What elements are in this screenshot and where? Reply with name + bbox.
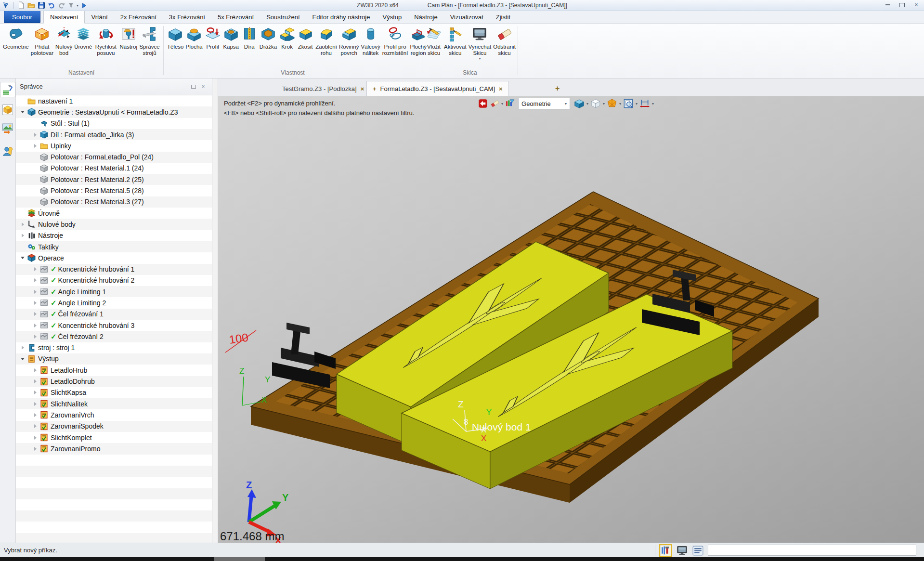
pridat-polotovar-button[interactable]: Přidat polotovar <box>30 26 54 57</box>
shaded-dropdown-icon[interactable]: ▾ <box>586 102 588 106</box>
shaded-display-icon[interactable] <box>573 98 585 109</box>
measure-dropdown-icon[interactable]: ▾ <box>652 102 654 106</box>
urovne-button[interactable]: Úrovně <box>73 26 93 51</box>
chevron-right-icon[interactable] <box>34 436 37 440</box>
panel-restore-icon[interactable] <box>189 83 198 91</box>
dropdown-icon[interactable]: ▾ <box>479 57 481 61</box>
chevron-right-icon[interactable] <box>34 133 37 137</box>
chevron-down-icon[interactable] <box>21 358 25 360</box>
file-menu-button[interactable]: Soubor <box>4 11 40 23</box>
tree-item-setup[interactable]: nastavení 1 <box>16 95 212 106</box>
odstranit-skicu-button[interactable]: Odstranit skicu <box>492 26 517 57</box>
undo-icon[interactable] <box>48 1 55 9</box>
measure-icon[interactable] <box>639 98 651 109</box>
tree-item-polotovar-1[interactable]: Polotovar : FormaLetadlo_Pol (24) <box>16 151 212 162</box>
tab-close-icon[interactable]: × <box>361 85 364 92</box>
nulovy-bod-button[interactable]: Nulový bod <box>54 26 73 57</box>
chevron-right-icon[interactable] <box>34 301 37 305</box>
cam-scene[interactable]: 100 Z Y X Z Y 8 X X Nulový bod 1 <box>218 96 924 543</box>
chevron-right-icon[interactable] <box>34 424 37 428</box>
tree-item-dil[interactable]: Díl : FormaLetadlo_Jirka (3) <box>16 129 212 140</box>
view-orientation-icon[interactable] <box>606 98 618 109</box>
tree-item-polotovar-5[interactable]: Polotovar : Rest Material.3 (27) <box>16 196 212 208</box>
eraser-dropdown-icon[interactable]: ▾ <box>501 102 503 106</box>
tree-item-op-al1[interactable]: ✓Angle Limiting 1 <box>16 286 212 297</box>
profil-pro-rozmisteni-button[interactable]: Profil pro rozmístění <box>381 26 409 57</box>
tree-item-op-cf1[interactable]: ✓Čel frézování 1 <box>16 309 212 320</box>
cam-manager-dock-icon[interactable] <box>0 82 15 97</box>
orientation-dropdown-icon[interactable]: ▾ <box>619 102 621 106</box>
tree-item-out-slichtkapsa[interactable]: SlichtKapsa <box>16 387 212 398</box>
tree-item-taktiky[interactable]: Taktiky <box>16 241 212 252</box>
filter-select[interactable]: Geometrie ▾ <box>518 98 570 109</box>
chevron-right-icon[interactable] <box>34 290 37 294</box>
tree-item-out-zarovnanipromo[interactable]: ZarovnaniPromo <box>16 443 212 454</box>
tab-5x-frezovani[interactable]: 5x Frézování <box>211 11 260 23</box>
tree-item-vystup[interactable]: Výstup <box>16 353 212 365</box>
chevron-right-icon[interactable] <box>34 447 37 451</box>
new-tab-icon[interactable]: + <box>555 84 560 93</box>
tree-item-out-slichtnalitek[interactable]: SlichtNalitek <box>16 398 212 409</box>
restore-button[interactable] <box>896 1 908 9</box>
tree-item-op-kh3[interactable]: ✓Koncentrické hrubování 3 <box>16 320 212 331</box>
tree-item-urovne[interactable]: Úrovně <box>16 208 212 219</box>
status-input-field[interactable] <box>708 545 916 556</box>
tree-item-polotovar-2[interactable]: Polotovar : Rest Material.1 (24) <box>16 163 212 174</box>
panel-close-icon[interactable]: × <box>198 83 208 91</box>
tab-soustruzeni[interactable]: Soustružení <box>260 11 306 23</box>
chevron-right-icon[interactable] <box>34 368 37 372</box>
tree-item-operace[interactable]: Operace <box>16 252 212 263</box>
tree-item-nastroje[interactable]: Nástroje <box>16 230 212 241</box>
doc-tab-formaletadlo[interactable]: + FormaLetadlo.Z3 - [SestavaUpnuti_CAM] … <box>366 81 509 96</box>
chevron-right-icon[interactable] <box>22 234 24 237</box>
tab-2x-frezovani[interactable]: 2x Frézování <box>114 11 163 23</box>
play-flag-icon[interactable] <box>81 2 87 9</box>
drazka-button[interactable]: Drážka <box>259 26 278 51</box>
teleso-button[interactable]: Těleso <box>166 26 185 51</box>
save-icon[interactable] <box>38 1 45 9</box>
tree-item-out-letadlodohrub[interactable]: LetadloDohrub <box>16 376 212 387</box>
rychlost-posuvu-button[interactable]: Rychlost posuvu <box>93 26 118 57</box>
zkosit-button[interactable]: Zkosit <box>296 26 314 51</box>
tree-scrollbar[interactable] <box>212 78 218 543</box>
chevron-right-icon[interactable] <box>34 267 37 271</box>
chevron-down-icon[interactable] <box>21 111 25 113</box>
tab-zjistit[interactable]: Zjistit <box>490 11 517 23</box>
tree-item-out-zarovnanispodek[interactable]: ZarovnaniSpodek <box>16 421 212 432</box>
profil-button[interactable]: Profil <box>204 26 222 51</box>
dira-button[interactable]: Díra <box>240 26 259 51</box>
zoom-view-icon[interactable] <box>623 98 634 109</box>
tree-item-out-zarovnanivrch[interactable]: ZarovnaniVrch <box>16 409 212 420</box>
tab-vystup[interactable]: Výstup <box>376 11 408 23</box>
status-monitor-icon[interactable] <box>676 545 688 557</box>
aktivovat-skicu-button[interactable]: Aktivovat skicu <box>443 26 468 57</box>
chevron-right-icon[interactable] <box>34 335 37 339</box>
solid-view-dock-icon[interactable] <box>2 104 13 116</box>
wireframe-display-icon[interactable] <box>590 98 601 109</box>
user-dock-icon[interactable] <box>2 145 13 157</box>
chevron-right-icon[interactable] <box>34 324 37 327</box>
chevron-right-icon[interactable] <box>34 312 37 316</box>
status-document-icon[interactable] <box>692 545 704 557</box>
chevron-right-icon[interactable] <box>22 346 24 350</box>
tab-vrtani[interactable]: Vrtání <box>85 11 114 23</box>
tree-item-geometrie[interactable]: Geometrie : SestavaUpnuti < FormaLetadlo… <box>16 106 212 117</box>
rovinny-povrch-button[interactable]: Rovinný povrch <box>338 26 360 57</box>
tree-item-out-slichtkomplet[interactable]: SlichtKomplet <box>16 432 212 443</box>
nastroj-button[interactable]: Nástroj <box>119 26 138 51</box>
tree-item-stul[interactable]: Stůl : Stul (1) <box>16 118 212 129</box>
visualize-dock-icon[interactable] <box>2 122 13 134</box>
exit-command-icon[interactable] <box>477 98 489 109</box>
wireframe-dropdown-icon[interactable]: ▾ <box>603 102 605 106</box>
tab-editor-drahy[interactable]: Editor dráhy nástroje <box>306 11 377 23</box>
plocha-button[interactable]: Plocha <box>185 26 204 51</box>
tree-item-nulove-body[interactable]: Nulové body <box>16 219 212 230</box>
filter-icon[interactable] <box>505 99 515 109</box>
chevron-down-icon[interactable] <box>21 257 25 259</box>
tree-item-op-kh1[interactable]: ✓Koncentrické hrubování 1 <box>16 263 212 274</box>
geometrie-button[interactable]: Geometrie <box>2 26 30 51</box>
chevron-right-icon[interactable] <box>22 222 24 226</box>
vynechat-skicu-button[interactable]: Vynechat Skicu▾ <box>468 26 493 62</box>
chevron-right-icon[interactable] <box>34 402 37 406</box>
eraser-icon[interactable] <box>490 99 500 108</box>
